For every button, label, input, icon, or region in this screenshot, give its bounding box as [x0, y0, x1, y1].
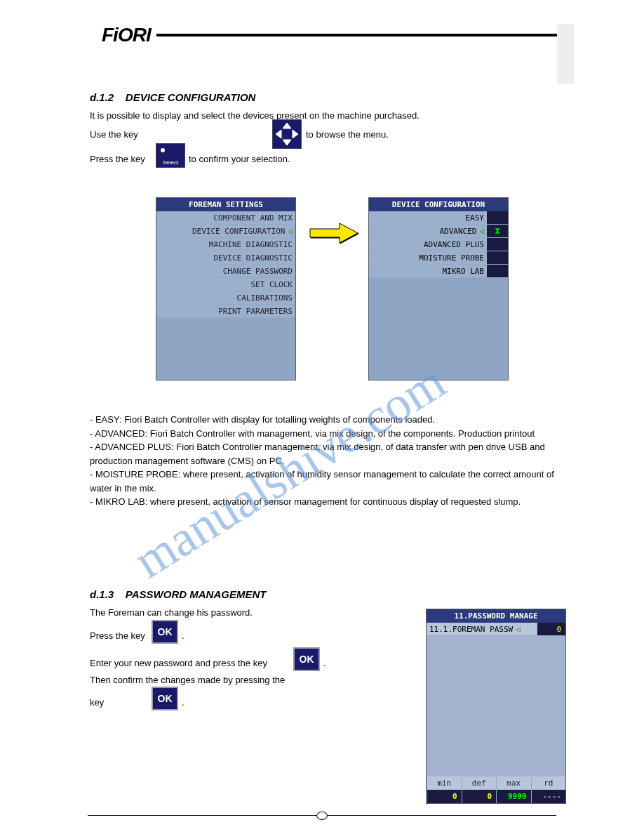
pw-line5a: key — [90, 696, 104, 709]
list-item: MIKRO LAB: where present, activation of … — [90, 495, 560, 509]
header-rule — [156, 34, 567, 37]
list-item: ADVANCED: Fiori Batch Controller with ma… — [90, 427, 560, 441]
pw-line1: The Foreman can change his password. — [90, 607, 253, 619]
cursor-arrow-icon: ◁ — [516, 625, 521, 634]
device-descriptions: EASY: Fiori Batch Controller with displa… — [90, 413, 560, 509]
pw-line5b: . — [182, 696, 185, 709]
svg-marker-0 — [310, 223, 358, 243]
section-num: d.1.3 — [90, 588, 114, 600]
transition-arrow-icon — [309, 222, 359, 246]
pm-row[interactable]: 11.1.FOREMAN PASSW◁ 0 — [427, 623, 565, 636]
pw-line2b: . — [182, 630, 185, 642]
intro-line3a: Press the key — [90, 153, 145, 166]
menu-item[interactable]: PRINT PARAMETERS — [156, 305, 295, 318]
section-heading: PASSWORD MANAGEMENT — [126, 588, 267, 600]
pm-body — [427, 636, 565, 776]
menu-item[interactable]: COMPONENT AND MIX — [156, 211, 295, 225]
list-item: ADVANCED PLUS: Fiori Batch Controller ma… — [90, 440, 560, 468]
ok-button-icon[interactable]: OK — [293, 647, 320, 671]
dpad-icon[interactable] — [272, 119, 302, 149]
password-manage-screen: 11.PASSWORD MANAGE 11.1.FOREMAN PASSW◁ 0… — [426, 609, 566, 804]
page-margin-box — [557, 24, 574, 84]
ok-button-icon[interactable]: OK — [152, 687, 178, 710]
device-row[interactable]: EASY — [369, 211, 508, 225]
menu-item[interactable]: DEVICE CONFIGURATION◁ — [156, 225, 295, 238]
select-button-icon[interactable]: Select — [156, 143, 185, 168]
menu-item[interactable]: DEVICE DIAGNOSTIC — [156, 251, 295, 265]
menu-item[interactable]: SET CLOCK — [156, 278, 295, 291]
device-screen-title: DEVICE CONFIGURATION — [369, 198, 508, 211]
intro-line2b: to browse the menu. — [306, 128, 389, 141]
pw-line3a: Enter your new password and press the ke… — [90, 657, 267, 670]
section-heading: DEVICE CONFIGURATION — [126, 91, 256, 103]
pw-line3b: . — [323, 657, 326, 670]
list-item: EASY: Fiori Batch Controller with displa… — [90, 413, 560, 427]
cursor-arrow-icon: ◁ — [288, 227, 293, 236]
device-row[interactable]: MOISTURE PROBE — [369, 251, 508, 265]
device-row[interactable]: MIKRO LAB — [369, 265, 508, 278]
select-label: Select — [156, 159, 185, 166]
footer-ellipse — [316, 812, 328, 820]
intro-line1: It is possible to display and select the… — [90, 110, 560, 122]
menu-item[interactable]: CALIBRATIONS — [156, 291, 295, 305]
device-row[interactable]: ADVANCED◁X — [369, 225, 508, 238]
menu-item[interactable]: MACHINE DIAGNOSTIC — [156, 238, 295, 251]
menu-item[interactable]: CHANGE PASSWORD — [156, 265, 295, 278]
ok-button-icon[interactable]: OK — [152, 620, 178, 644]
pm-title: 11.PASSWORD MANAGE — [427, 609, 565, 623]
intro-line3b: to confirm your selection. — [189, 153, 290, 166]
section-num: d.1.2 — [90, 91, 114, 103]
pw-line2a: Press the key — [90, 630, 145, 642]
cursor-arrow-icon: ◁ — [479, 227, 484, 236]
intro-line2a: Use the key — [90, 128, 138, 141]
section-title-device-config: d.1.2 DEVICE CONFIGURATION — [90, 91, 255, 103]
list-item: MOISTURE PROBE: where present, activatio… — [90, 468, 560, 495]
header: FiORI — [102, 27, 567, 44]
pw-line4: Then confirm the changes made by pressin… — [90, 674, 285, 687]
pm-footer-header: min def max rd — [427, 776, 565, 790]
foreman-settings-screen: FOREMAN SETTINGS COMPONENT AND MIX DEVIC… — [156, 197, 296, 380]
pm-footer-values: 0 0 9999 ---- — [427, 790, 565, 803]
foreman-screen-title: FOREMAN SETTINGS — [156, 198, 295, 211]
select-dot — [161, 148, 165, 152]
section-title-password: d.1.3 PASSWORD MANAGEMENT — [90, 588, 266, 600]
device-config-screen: DEVICE CONFIGURATION EASY ADVANCED◁X ADV… — [368, 197, 509, 380]
device-row[interactable]: ADVANCED PLUS — [369, 238, 508, 251]
logo: FiORI — [102, 24, 151, 46]
